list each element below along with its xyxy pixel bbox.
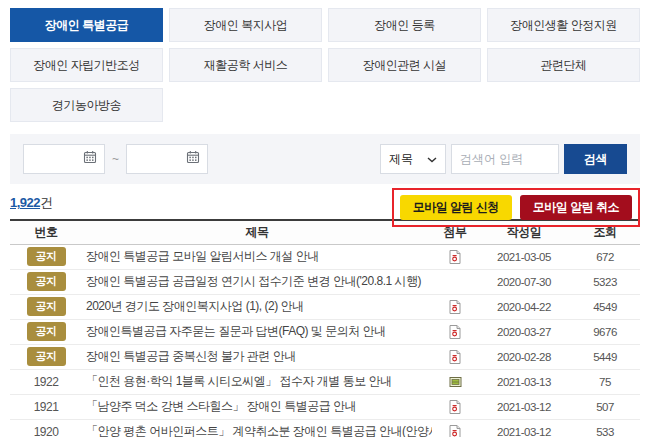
post-date: 2021-03-12 (478, 419, 570, 437)
post-title[interactable]: 「인천 용현·학익 1블록 시티오씨엘」 접수자 개별 통보 안내 (82, 369, 432, 394)
result-count-number: 1,922 (10, 195, 40, 210)
post-date: 2020-03-27 (478, 319, 570, 344)
post-views: 507 (570, 394, 640, 419)
mobile-alert-cancel-button[interactable]: 모바일 알림 취소 (520, 195, 632, 220)
date-to-input[interactable] (126, 144, 208, 174)
calendar-icon[interactable] (83, 150, 97, 168)
post-views: 533 (570, 419, 640, 437)
notice-badge: 공지 (27, 297, 66, 316)
post-views: 672 (570, 244, 640, 269)
notice-badge: 공지 (27, 322, 66, 341)
row-number: 1920 (34, 425, 59, 437)
post-date: 2020-02-28 (478, 344, 570, 369)
table-row: 1921 「남양주 덕소 강변 스타힐스」 장애인 특별공급 안내 2021-0… (10, 394, 640, 419)
post-date: 2021-03-13 (478, 369, 570, 394)
notice-table: 번호제목첨부작성일조회 공지 장애인 특별공급 모바일 알림서비스 개설 안내 … (10, 219, 640, 437)
post-views: 4549 (570, 294, 640, 319)
notice-badge: 공지 (27, 247, 66, 266)
post-date: 2020-07-30 (478, 269, 570, 294)
notice-board-page: 장애인 특별공급장애인 복지사업장애인 등록장애인생활 안정지원장애인 자립기반… (0, 0, 650, 437)
table-row: 공지 2020년 경기도 장애인복지사업 (1), (2) 안내 2020-04… (10, 294, 640, 319)
table-row: 공지 장애인특별공급 자주묻는 질문과 답변(FAQ) 및 문의처 안내 202… (10, 319, 640, 344)
post-views: 9676 (570, 319, 640, 344)
notice-badge: 공지 (27, 272, 66, 291)
tab-8[interactable]: 경기농아방송 (10, 88, 163, 122)
chevron-down-icon (427, 152, 437, 166)
search-field-value: 제목 (389, 151, 413, 168)
post-title[interactable]: 장애인특별공급 자주묻는 질문과 답변(FAQ) 및 문의처 안내 (82, 319, 432, 344)
search-field-select[interactable]: 제목 (380, 144, 446, 174)
search-button[interactable]: 검색 (564, 144, 627, 174)
post-date: 2021-03-12 (478, 394, 570, 419)
red-annotation-box: 모바일 알림 신청 모바일 알림 취소 (392, 188, 640, 227)
column-header: 제목 (82, 220, 432, 244)
post-date: 2020-04-22 (478, 294, 570, 319)
column-header: 번호 (10, 220, 82, 244)
date-range-group: ~ (23, 144, 208, 174)
table-row: 공지 장애인 특별공급 공급일정 연기시 접수기준 변경 안내('20.8.1 … (10, 269, 640, 294)
post-title[interactable]: 「안양 평촌 어바인퍼스트」 계약취소분 장애인 특별공급 안내(안양시 거주자… (82, 419, 432, 437)
post-title[interactable]: 「남양주 덕소 강변 스타힐스」 장애인 특별공급 안내 (82, 394, 432, 419)
post-views: 5449 (570, 344, 640, 369)
post-title[interactable]: 장애인 특별공급 중복신청 불가 관련 안내 (82, 344, 432, 369)
tab-1[interactable]: 장애인 복지사업 (169, 8, 322, 42)
table-row: 1922 「인천 용현·학익 1블록 시티오씨엘」 접수자 개별 통보 안내 2… (10, 369, 640, 394)
attachment-doc-icon[interactable] (449, 325, 461, 339)
attachment-zip-icon[interactable] (449, 376, 462, 388)
tab-bar: 장애인 특별공급장애인 복지사업장애인 등록장애인생활 안정지원장애인 자립기반… (10, 8, 640, 122)
post-title[interactable]: 장애인 특별공급 모바일 알림서비스 개설 안내 (82, 244, 432, 269)
tab-6[interactable]: 장애인관련 시설 (328, 48, 481, 82)
post-date: 2021-03-05 (478, 244, 570, 269)
attachment-doc-icon[interactable] (449, 250, 461, 264)
list-header: 1,922건 모바일 알림 신청 모바일 알림 취소 (10, 187, 640, 219)
row-number: 1921 (34, 400, 59, 414)
row-number: 1922 (34, 375, 59, 389)
post-title[interactable]: 2020년 경기도 장애인복지사업 (1), (2) 안내 (82, 294, 432, 319)
post-views: 5323 (570, 269, 640, 294)
search-bar: ~ 제목 검색 (10, 134, 640, 184)
tab-2[interactable]: 장애인 등록 (328, 8, 481, 42)
notice-badge: 공지 (27, 347, 66, 366)
result-count-unit: 건 (40, 195, 53, 210)
tab-7[interactable]: 관련단체 (487, 48, 640, 82)
calendar-icon[interactable] (186, 150, 200, 168)
post-views: 75 (570, 369, 640, 394)
keyword-search-group: 제목 검색 (380, 144, 627, 174)
tab-5[interactable]: 재활공학 서비스 (169, 48, 322, 82)
attachment-doc-icon[interactable] (449, 350, 461, 364)
attachment-doc-icon[interactable] (449, 300, 461, 314)
tab-0[interactable]: 장애인 특별공급 (10, 8, 163, 42)
attachment-doc-icon[interactable] (449, 400, 461, 414)
result-count: 1,922건 (10, 194, 53, 212)
table-row: 공지 장애인 특별공급 모바일 알림서비스 개설 안내 2021-03-05 6… (10, 244, 640, 269)
keyword-input[interactable] (451, 144, 559, 174)
date-from-input[interactable] (23, 144, 105, 174)
mobile-alert-subscribe-button[interactable]: 모바일 알림 신청 (400, 195, 512, 220)
tab-4[interactable]: 장애인 자립기반조성 (10, 48, 163, 82)
tab-3[interactable]: 장애인생활 안정지원 (487, 8, 640, 42)
table-row: 공지 장애인 특별공급 중복신청 불가 관련 안내 2020-02-28 544… (10, 344, 640, 369)
board-body: 공지 장애인 특별공급 모바일 알림서비스 개설 안내 2021-03-05 6… (10, 244, 640, 437)
post-title[interactable]: 장애인 특별공급 공급일정 연기시 접수기준 변경 안내('20.8.1 시행) (82, 269, 432, 294)
attachment-doc-icon[interactable] (449, 425, 461, 437)
table-row: 1920 「안양 평촌 어바인퍼스트」 계약취소분 장애인 특별공급 안내(안양… (10, 419, 640, 437)
date-range-separator: ~ (112, 152, 119, 166)
